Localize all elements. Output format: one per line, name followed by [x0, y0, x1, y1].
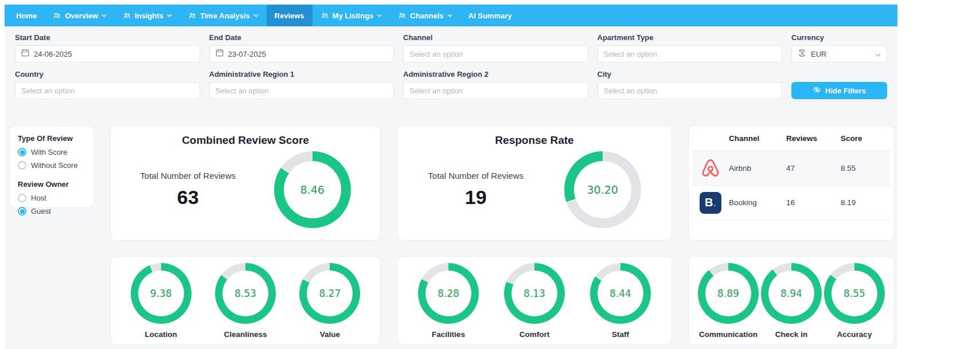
admin-region-1-select[interactable] — [209, 82, 395, 99]
admin-region-1-input[interactable] — [216, 87, 388, 95]
nav-item-time-analysis[interactable]: Time Analysis — [180, 5, 267, 26]
gauge-value: 30.20 — [564, 151, 641, 228]
city-select[interactable] — [598, 82, 783, 99]
total-reviews-block: Total Number of Reviews 63 — [140, 171, 236, 209]
facilities-gauge: 8.28 — [418, 263, 479, 324]
location-gauge: 9.38 — [131, 263, 192, 324]
radio-guest[interactable]: Guest — [18, 207, 85, 215]
admin-region-2-label: Administrative Region 2 — [403, 70, 588, 79]
chevron-down-icon — [167, 14, 172, 17]
header-reviews: Reviews — [786, 126, 841, 151]
chevron-down-icon — [447, 14, 452, 17]
admin-region-2-input[interactable] — [409, 87, 582, 95]
currency-exchange-icon: S — [798, 49, 806, 60]
radio-label: With Score — [31, 148, 68, 156]
gauge-label: Accuracy — [837, 330, 872, 339]
nav-label: Channels — [410, 11, 444, 20]
apartment-type-select[interactable] — [598, 45, 783, 62]
nav-item-reviews[interactable]: Reviews — [267, 5, 313, 26]
nav-label: AI Summary — [468, 11, 512, 20]
currency-label: Currency — [791, 33, 887, 42]
accuracy-gauge: 8.55 — [824, 263, 885, 324]
gauge-value: 8.55 — [824, 263, 885, 324]
nav-item-home[interactable]: Home — [8, 5, 45, 26]
gauge-label: Communication — [699, 330, 758, 339]
radio-icon[interactable] — [18, 161, 26, 170]
apartment-type-input[interactable] — [604, 50, 776, 58]
nav-label: Overview — [65, 11, 98, 20]
gauge-check-in: 8.94 Check in — [761, 263, 822, 339]
gauge-value: 8.46 — [274, 151, 351, 228]
city-input[interactable] — [604, 87, 776, 95]
start-date-field: Start Date — [15, 33, 200, 62]
gauge-value: 8.28 — [418, 263, 479, 324]
gauge-cleanliness: 8.53 Cleanliness — [215, 263, 276, 339]
people-chart-icon — [188, 11, 197, 20]
review-owner-title: Review Owner — [18, 180, 85, 189]
response-rate-card: Response Rate Total Number of Reviews 19… — [397, 126, 672, 241]
hide-filters-label: Hide Filters — [825, 87, 866, 95]
channel-select[interactable] — [403, 45, 588, 62]
dashboard-app: Home Overview Insights Time Analysis Rev… — [5, 5, 897, 349]
nav-item-my-listings[interactable]: My Listings — [313, 5, 391, 26]
hide-filters-cell: Hide Filters — [791, 70, 887, 99]
nav-label: Insights — [135, 11, 163, 20]
country-input[interactable] — [21, 87, 194, 95]
country-label: Country — [15, 70, 200, 79]
score-card-communication-group: 8.89 Communication 8.94 Check in 8.55 Ac… — [688, 256, 895, 345]
channel-input[interactable] — [409, 50, 582, 58]
gauge-facilities: 8.28 Facilities — [418, 263, 479, 339]
gauge-value: 8.44 — [590, 263, 651, 324]
content-area: Type Of Review With Score Without Score … — [5, 108, 897, 349]
cell-channel: Airbnb — [729, 151, 786, 186]
chevron-down-icon — [875, 49, 881, 59]
radio-icon[interactable] — [18, 148, 26, 156]
end-date-value[interactable] — [228, 50, 388, 58]
currency-select[interactable]: S EUR — [791, 45, 887, 62]
radio-label: Guest — [31, 207, 51, 215]
admin-region-2-field: Administrative Region 2 — [403, 70, 588, 99]
radio-host[interactable]: Host — [18, 194, 85, 202]
people-chart-icon — [53, 11, 61, 20]
gauge-value: 8.89 — [698, 263, 759, 324]
nav-item-ai-summary[interactable]: AI Summary — [460, 5, 520, 26]
chevron-down-icon — [253, 14, 259, 17]
response-rate-gauge: 30.20 — [564, 151, 641, 228]
nav-item-insights[interactable]: Insights — [115, 5, 180, 26]
admin-region-2-select[interactable] — [403, 82, 588, 99]
end-date-input[interactable] — [209, 45, 395, 62]
calendar-icon — [216, 49, 224, 59]
gauge-value: 8.13 — [504, 263, 565, 324]
card-title: Combined Review Score — [121, 134, 370, 147]
nav-label: My Listings — [333, 11, 374, 20]
nav-label: Reviews — [275, 11, 304, 20]
start-date-value[interactable] — [34, 50, 194, 58]
airbnb-icon — [692, 151, 729, 186]
radio-without-score[interactable]: Without Score — [18, 161, 85, 170]
radio-with-score[interactable]: With Score — [18, 148, 85, 156]
channel-label: Channel — [403, 33, 588, 42]
people-chart-icon — [123, 11, 131, 20]
gauge-label: Staff — [612, 330, 629, 339]
hide-filters-button[interactable]: Hide Filters — [791, 82, 887, 99]
gauge-accuracy: 8.55 Accuracy — [824, 263, 885, 339]
cell-reviews: 16 — [786, 186, 841, 220]
nav-item-channels[interactable]: Channels — [390, 5, 460, 26]
score-card-location-group: 9.38 Location 8.53 Cleanliness 8.27 Valu… — [110, 256, 381, 345]
score-card-facilities-group: 8.28 Facilities 8.13 Comfort 8.44 Staff — [397, 256, 672, 345]
gauge-value: 8.27 — [299, 263, 360, 324]
country-select[interactable] — [15, 82, 200, 99]
header-channel: Channel — [729, 126, 786, 151]
communication-gauge: 8.89 — [698, 263, 759, 324]
radio-icon[interactable] — [18, 194, 26, 202]
gauge-staff: 8.44 Staff — [590, 263, 651, 339]
start-date-input[interactable] — [15, 45, 200, 62]
gauge-label: Value — [320, 330, 340, 339]
city-field: City — [598, 70, 783, 99]
chevron-down-icon — [377, 14, 382, 17]
radio-icon[interactable] — [18, 207, 26, 215]
apartment-type-field: Apartment Type — [598, 33, 783, 62]
nav-item-overview[interactable]: Overview — [45, 5, 115, 26]
apartment-type-label: Apartment Type — [598, 33, 783, 42]
staff-gauge: 8.44 — [590, 263, 651, 324]
